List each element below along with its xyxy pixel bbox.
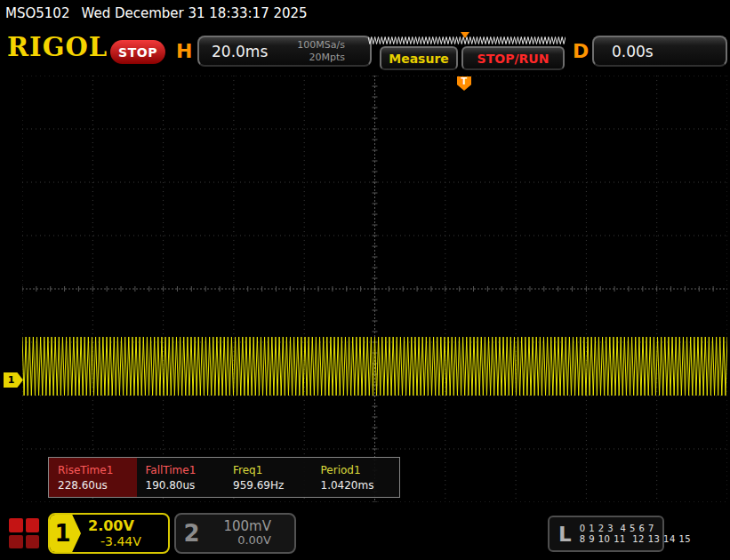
model-label: MSO5102 (5, 5, 69, 21)
stop-run-button[interactable]: STOP/RUN (461, 46, 565, 70)
channel1-scale: 2.00V (88, 518, 168, 534)
delay-value: 0.00s (594, 43, 654, 60)
measurement-item[interactable]: RiseTime1 228.60us (49, 458, 137, 497)
measurement-item[interactable]: Period1 1.0420ms (312, 458, 400, 497)
datetime-label: Wed December 31 18:33:17 2025 (81, 5, 307, 21)
measurement-value: 228.60us (58, 479, 137, 492)
digital-channels-badge[interactable]: L 0 1 2 3 4 5 6 7 8 9 10 11 12 13 14 15 (548, 516, 664, 552)
timebase-value: 20.0ms (199, 43, 268, 60)
digital-label: L (558, 523, 572, 546)
timebase-control[interactable]: 20.0ms 100MSa/s 20Mpts (197, 36, 372, 67)
measurement-label: RiseTime1 (58, 464, 137, 476)
rigol-logo: RIGOL (7, 32, 108, 62)
preview-trigger-marker[interactable] (461, 32, 469, 38)
stop-run-button-label: STOP/RUN (477, 52, 550, 66)
ch1-ground-marker[interactable]: 1 (4, 372, 23, 388)
channel1-number: 1 (50, 515, 81, 552)
delay-control[interactable]: 0.00s (592, 36, 727, 67)
measurement-label: Freq1 (233, 464, 312, 476)
ch1-waveform (22, 76, 727, 502)
menu-grid-square (9, 518, 23, 532)
measurement-item[interactable]: FallTime1 190.80us (137, 458, 225, 497)
measurement-value: 1.0420ms (321, 479, 400, 492)
digital-row2: 8 9 10 11 12 13 14 15 (580, 534, 692, 544)
channel2-scale: 100mV (223, 519, 271, 534)
ch1-ground-label: 1 (8, 374, 15, 386)
channel2-number: 2 (176, 515, 207, 552)
menu-grid-square (26, 535, 40, 549)
measurement-label: Period1 (321, 464, 400, 476)
memory-depth-label: 20Mpts (309, 52, 345, 63)
measure-button-label: Measure (389, 52, 449, 66)
measurement-item[interactable]: Freq1 959.69Hz (224, 458, 312, 497)
oscilloscope-screen: MSO5102 Wed December 31 18:33:17 2025 RI… (0, 0, 730, 560)
digital-row1: 0 1 2 3 4 5 6 7 (580, 524, 692, 533)
measure-button[interactable]: Measure (380, 46, 458, 70)
measurement-value: 190.80us (146, 479, 225, 492)
menu-grid-icon[interactable] (9, 518, 39, 548)
run-state-badge: STOP (110, 40, 165, 64)
sample-rate-label: 100MSa/s (297, 39, 345, 51)
graticule: T (22, 76, 727, 502)
measurements-panel: RiseTime1 228.60us FallTime1 190.80us Fr… (48, 457, 400, 498)
measurement-label: FallTime1 (146, 464, 225, 476)
channel1-badge[interactable]: 1 2.00V -3.44V (48, 513, 170, 554)
delay-label: D (573, 40, 589, 62)
status-bar: MSO5102 Wed December 31 18:33:17 2025 (0, 0, 730, 27)
channel2-badge[interactable]: 2 100mV 0.00V (174, 513, 296, 554)
horizontal-label: H (176, 40, 192, 62)
channel1-offset: -3.44V (88, 534, 168, 548)
channel2-offset: 0.00V (237, 534, 271, 548)
measurement-value: 959.69Hz (233, 479, 312, 492)
menu-grid-square (9, 535, 23, 549)
menu-grid-square (26, 518, 40, 532)
